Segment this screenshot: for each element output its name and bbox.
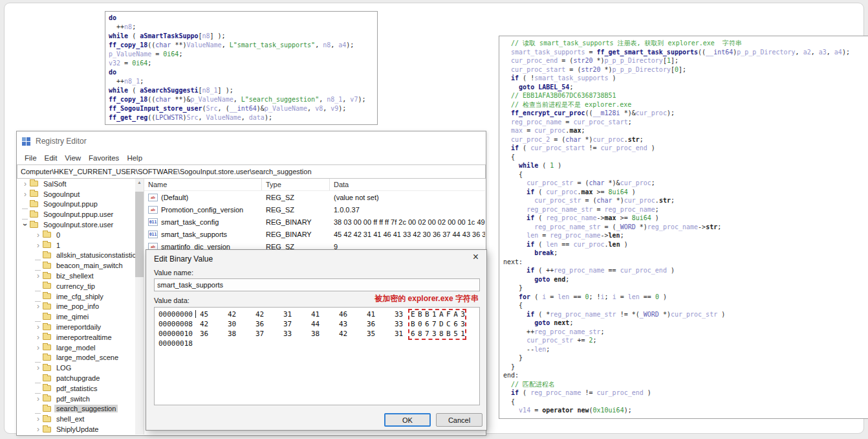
code-line: while ( aSearchSuggesti[n8_1] ); (109, 86, 377, 95)
code-line: goto LABEL_54; (503, 83, 868, 92)
column-header-data[interactable]: Data (330, 179, 485, 190)
column-header-type[interactable]: Type (262, 179, 330, 190)
folder-icon (43, 416, 51, 422)
code-line: if ( reg_proc_name->max >= 8ui64 ) (503, 214, 868, 223)
value-name-input[interactable]: smart_task_supports (154, 278, 480, 291)
value-type-cell: REG_BINARY (262, 218, 330, 226)
binary-value-icon: 011 (148, 231, 158, 238)
chevron-collapsed-icon[interactable]: › (34, 344, 43, 352)
value-row-(Default)[interactable]: ab(Default)REG_SZ(value not set) (144, 191, 485, 203)
menu-file[interactable]: File (21, 154, 41, 162)
column-header-name[interactable]: Name (144, 179, 262, 190)
tree-item-allskin_statusiconstatistics[interactable]: allskin_statusiconstatistics (17, 251, 135, 261)
value-name-cell: 011smart_task_supports (144, 231, 262, 238)
folder-icon (43, 293, 51, 299)
tree-label: imereportdaily (54, 323, 103, 331)
tree-item-LOG[interactable]: ›LOG (17, 363, 135, 373)
scroll-up-icon[interactable]: ▲ (135, 180, 144, 185)
value-row-smart_task_supports[interactable]: 011smart_task_supportsREG_BINARY45 42 42… (144, 228, 485, 240)
address-bar[interactable]: Computer\HKEY_CURRENT_USER\SOFTWARE\Sogo… (17, 164, 486, 179)
chevron-collapsed-icon[interactable]: › (34, 333, 43, 341)
menu-bar: FileEditViewFavoritesHelp (17, 151, 486, 164)
tree-item-ShiplyUpdate[interactable]: ›ShiplyUpdate (17, 424, 135, 434)
chevron-collapsed-icon[interactable]: › (34, 364, 43, 372)
tree-item-pdf_switch[interactable]: ›pdf_switch (17, 394, 135, 404)
tree-item-large_model[interactable]: ›large_model (17, 343, 135, 353)
registry-tree: ›SalSoft›SogouInputSogouInput.ppupSogouI… (17, 179, 135, 434)
tree-item-ime_pop_info[interactable]: ›ime_pop_info (17, 302, 135, 312)
tree-item-SogouInput.store.user[interactable]: ›SogouInput.store.user (17, 220, 135, 230)
tree-label: SogouInput (41, 190, 81, 198)
chevron-collapsed-icon[interactable]: › (34, 242, 43, 249)
tree-label: SalSoft (41, 180, 68, 188)
tree-item-ime_qimei[interactable]: ime_qimei (17, 311, 135, 322)
tree-item-SogouInput[interactable]: ›SogouInput (17, 189, 135, 199)
folder-icon (43, 242, 51, 248)
tree-item-SogouInput.ppup[interactable]: SogouInput.ppup (17, 199, 135, 210)
chevron-collapsed-icon[interactable]: › (21, 180, 30, 188)
value-row-smart_task_config[interactable]: 011smart_task_configREG_BINARY38 03 00 0… (144, 216, 485, 228)
code-line: if ( ++reg_proc_name == cur_proc_end ) (503, 266, 868, 275)
tree-item-imereportrealtime[interactable]: ›imereportrealtime (17, 332, 135, 343)
code-line: if ( cur_proc.max >= 8ui64 ) (503, 188, 868, 197)
cancel-button[interactable]: Cancel (436, 413, 483, 427)
tree-item-patchupgrade[interactable]: patchupgrade (17, 373, 135, 383)
tree-item-pdf_statistics[interactable]: pdf_statistics (17, 383, 135, 394)
tree-item-large_model_scene[interactable]: large_model_scene (17, 353, 135, 363)
tree-scrollbar[interactable]: ▲ (135, 179, 144, 434)
menu-edit[interactable]: Edit (41, 154, 61, 162)
code-line: cur_proc_end = (str20 *)p_p_p_Directory[… (503, 56, 868, 65)
value-row-Promotion_config_version[interactable]: abPromotion_config_versionREG_SZ1.0.0.37 (144, 203, 485, 216)
hex-byte: 41 (367, 310, 395, 319)
edit-binary-value-dialog: Edit Binary Value × Value name: smart_ta… (146, 249, 487, 431)
tree-item-currency_tip[interactable]: currency_tip (17, 281, 135, 291)
tree-item-shell_ext[interactable]: ›shell_ext (17, 414, 135, 424)
code-line: { (503, 301, 868, 310)
tree-item-SogouInput.ppup.user[interactable]: SogouInput.ppup.user (17, 209, 135, 220)
chevron-collapsed-icon[interactable]: › (34, 415, 43, 423)
menu-favorites[interactable]: Favorites (85, 154, 123, 162)
menu-view[interactable]: View (61, 154, 85, 162)
chevron-collapsed-icon[interactable]: › (34, 425, 43, 433)
scroll-thumb[interactable] (135, 192, 144, 277)
tree-item-SalSoft[interactable]: ›SalSoft (17, 179, 135, 189)
tree-item-search_suggestion[interactable]: search_suggestion (17, 404, 135, 414)
tree-item-biz_shellext[interactable]: ›biz_shellext (17, 271, 135, 281)
code-line: break; (503, 249, 868, 258)
code-line: cur_proc_2 = (char *)cur_proc.str; (503, 135, 868, 144)
registry-titlebar[interactable]: Registry Editor (17, 131, 486, 151)
hex-row: 000000084230363744433633B067DC63 (158, 319, 479, 329)
chevron-collapsed-icon[interactable]: › (21, 190, 30, 198)
chevron-collapsed-icon[interactable]: › (34, 231, 43, 239)
value-name-cell: ab(Default) (144, 194, 262, 201)
chevron-expanded-icon[interactable]: › (21, 220, 29, 229)
code-line: v32 = 0i64; (109, 59, 377, 68)
hex-byte: 36 (200, 329, 228, 339)
tree-label: allskin_statusiconstatistics (54, 251, 135, 259)
tree-item-imereportdaily[interactable]: ›imereportdaily (17, 322, 135, 332)
chevron-collapsed-icon[interactable]: › (34, 323, 43, 331)
tree-item-beacon_main_switch[interactable]: beacon_main_switch (17, 260, 135, 271)
chevron-collapsed-icon[interactable]: › (34, 272, 43, 280)
chevron-collapsed-icon[interactable]: › (34, 302, 43, 310)
tree-label: ime_qimei (54, 313, 91, 321)
code-line: { (503, 398, 868, 407)
tree-item-1[interactable]: ›1 (17, 240, 135, 251)
tree-label: pdf_switch (54, 395, 92, 403)
code-line: if ( len == cur_proc.len ) (503, 240, 868, 249)
code-line: while ( 1 ) (503, 161, 868, 170)
close-icon[interactable]: × (473, 252, 479, 262)
tree-label: ime_pop_info (54, 302, 101, 310)
hex-offset: 00000010 (158, 329, 200, 339)
chevron-collapsed-icon[interactable]: › (34, 395, 43, 403)
tree-label: 0 (54, 231, 62, 239)
hex-row: 000000004542423141464133EBB1AFA3 (158, 310, 479, 319)
tree-item-0[interactable]: ›0 (17, 230, 135, 240)
hex-byte: 35 (367, 329, 395, 339)
tree-item-ime_cfg_shiply[interactable]: ime_cfg_shiply (17, 291, 135, 302)
hex-editor[interactable]: 000000004542423141464133EBB1AFA300000008… (154, 307, 480, 405)
ok-button[interactable]: OK (384, 413, 431, 427)
folder-icon (43, 365, 51, 371)
menu-help[interactable]: Help (123, 154, 146, 162)
code-line: smart_task_supports = ff_get_smart_task_… (503, 48, 868, 57)
